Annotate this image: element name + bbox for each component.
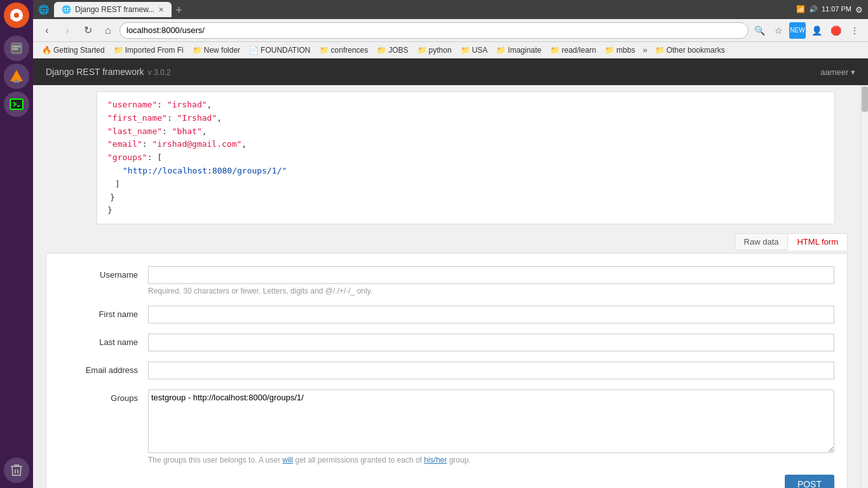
django-dropdown-icon: ▾ bbox=[851, 67, 855, 77]
bookmarks-more-button[interactable]: » bbox=[640, 45, 649, 55]
vlc-icon[interactable] bbox=[4, 64, 29, 89]
bookmark-jobs-label: JOBS bbox=[388, 46, 408, 55]
bookmark-mbbs[interactable]: 📁 mbbs bbox=[601, 44, 639, 56]
nav-bar: ‹ › ↻ ⌂ 🔍 ☆ NEW 👤 🛑 ⋮ bbox=[33, 19, 868, 42]
json-groups-key: "groups" bbox=[107, 152, 147, 162]
files-icon[interactable] bbox=[4, 36, 29, 61]
html-form-button[interactable]: HTML form bbox=[787, 233, 848, 250]
groups-help-link2[interactable]: his/her bbox=[424, 456, 447, 464]
tab-bar: 🌐 Django REST framew... ✕ + bbox=[54, 2, 791, 17]
new-tab-button[interactable]: + bbox=[175, 4, 182, 17]
search-button[interactable]: 🔍 bbox=[751, 22, 768, 39]
groups-help-text3: group. bbox=[447, 456, 470, 464]
post-button[interactable]: POST bbox=[785, 475, 834, 488]
email-label: Email address bbox=[59, 362, 148, 375]
tab-favicon: 🌐 bbox=[62, 5, 71, 14]
bookmark-foundation-icon: 📄 bbox=[249, 46, 259, 55]
bookmark-imaginate-icon: 📁 bbox=[496, 46, 506, 55]
lastname-label: Last name bbox=[59, 334, 148, 347]
django-username: aameer bbox=[820, 67, 848, 77]
lastname-input[interactable] bbox=[148, 334, 834, 351]
firstname-input[interactable] bbox=[148, 306, 834, 323]
settings-icon: ⚙ bbox=[855, 5, 863, 15]
form-actions: POST bbox=[59, 475, 834, 488]
json-lastname-val: "bhat" bbox=[172, 126, 202, 136]
terminal-icon[interactable] bbox=[4, 92, 29, 117]
ubuntu-icon[interactable] bbox=[4, 3, 29, 28]
wifi-icon: 📶 bbox=[796, 5, 805, 15]
username-row: Username Required. 30 characters or fewe… bbox=[59, 266, 834, 295]
tab-close-button[interactable]: ✕ bbox=[158, 6, 164, 14]
bookmark-getting-started-label: Getting Started bbox=[53, 46, 105, 55]
bookmark-imported-icon: 📁 bbox=[114, 46, 123, 55]
bookmark-button[interactable]: ☆ bbox=[770, 22, 787, 39]
reload-button[interactable]: ↻ bbox=[79, 22, 97, 39]
django-header: Django REST framework v 3.0.2 aameer ▾ bbox=[33, 58, 868, 85]
json-username-val: "irshad" bbox=[167, 100, 207, 109]
bookmark-python[interactable]: 📁 python bbox=[414, 44, 456, 56]
adblock-button[interactable]: 🛑 bbox=[827, 22, 844, 39]
svg-rect-6 bbox=[13, 46, 20, 47]
bookmark-read-learn[interactable]: 📁 read/learn bbox=[546, 44, 600, 56]
home-button[interactable]: ⌂ bbox=[99, 22, 117, 39]
bookmark-jobs[interactable]: 📁 JOBS bbox=[373, 44, 412, 56]
menu-button[interactable]: ⋮ bbox=[846, 22, 863, 39]
chrome-window: 🌐 🌐 Django REST framew... ✕ + 📶 🔊 11:07 … bbox=[33, 0, 868, 488]
back-button[interactable]: ‹ bbox=[38, 22, 56, 39]
active-tab[interactable]: 🌐 Django REST framew... ✕ bbox=[54, 2, 172, 17]
json-firstname-val: "Irshad" bbox=[177, 113, 217, 123]
forward-button[interactable]: › bbox=[58, 22, 76, 39]
email-input[interactable] bbox=[148, 362, 834, 379]
bookmark-new-folder-icon: 📁 bbox=[193, 46, 202, 55]
firstname-label: First name bbox=[59, 306, 148, 319]
bookmark-new-folder-label: New folder bbox=[204, 46, 240, 55]
bookmark-confrences[interactable]: 📁 confrences bbox=[316, 44, 372, 56]
json-response-block: "username": "irshad", "first_name": "Irs… bbox=[46, 92, 848, 224]
bookmark-usa-icon: 📁 bbox=[461, 46, 470, 55]
scrollbar-thumb[interactable] bbox=[862, 86, 868, 112]
svg-point-4 bbox=[11, 17, 13, 19]
bookmark-other-label: Other bookmarks bbox=[667, 46, 725, 55]
nav-right-controls: 🔍 ☆ NEW 👤 🛑 ⋮ bbox=[751, 22, 863, 39]
form-container: Username Required. 30 characters or fewe… bbox=[46, 253, 848, 488]
groups-help-link[interactable]: will bbox=[282, 456, 293, 464]
bookmark-imaginate[interactable]: 📁 Imaginate bbox=[492, 44, 545, 56]
address-bar[interactable] bbox=[119, 22, 749, 39]
profile-button[interactable]: 👤 bbox=[808, 22, 825, 39]
svg-rect-9 bbox=[15, 79, 18, 81]
scrollbar[interactable] bbox=[860, 85, 868, 488]
firstname-row: First name bbox=[59, 306, 834, 323]
taskbar bbox=[0, 0, 33, 488]
groups-select[interactable]: testgroup - http://localhost:8000/groups… bbox=[148, 390, 834, 453]
extension-new-button[interactable]: NEW bbox=[789, 22, 806, 39]
username-input[interactable] bbox=[148, 266, 834, 284]
lastname-row: Last name bbox=[59, 334, 834, 351]
time-display: 11:07 PM bbox=[822, 5, 851, 15]
trash-icon[interactable] bbox=[4, 458, 29, 483]
json-groups-link[interactable]: "http://localhost:8080/groups/1/" bbox=[123, 166, 287, 175]
controls-bar: Raw data HTML form bbox=[33, 231, 860, 253]
bookmark-usa[interactable]: 📁 USA bbox=[457, 44, 492, 56]
bookmark-usa-label: USA bbox=[472, 46, 488, 55]
svg-point-1 bbox=[14, 13, 19, 18]
bookmark-mbbs-icon: 📁 bbox=[605, 46, 614, 55]
bookmark-new-folder[interactable]: 📁 New folder bbox=[189, 44, 244, 56]
bookmark-confrences-label: confrences bbox=[331, 46, 369, 55]
bookmark-imported-from[interactable]: 📁 Imported From Fi bbox=[110, 44, 187, 56]
volume-icon: 🔊 bbox=[809, 5, 818, 15]
groups-option[interactable]: testgroup - http://localhost:8000/groups… bbox=[151, 393, 831, 403]
firstname-field bbox=[148, 306, 834, 323]
svg-point-2 bbox=[15, 9, 18, 11]
bookmark-read-label: read/learn bbox=[562, 46, 596, 55]
django-user-menu[interactable]: aameer ▾ bbox=[820, 67, 855, 77]
groups-label: Groups bbox=[59, 390, 148, 403]
django-version: v 3.0.2 bbox=[148, 68, 171, 77]
raw-data-button[interactable]: Raw data bbox=[735, 233, 788, 250]
title-bar: 🌐 🌐 Django REST framew... ✕ + 📶 🔊 11:07 … bbox=[33, 0, 868, 19]
bookmark-python-icon: 📁 bbox=[417, 46, 427, 55]
bookmark-other[interactable]: 📁 Other bookmarks bbox=[651, 44, 729, 56]
bookmark-getting-started[interactable]: 🔥 Getting Started bbox=[38, 44, 109, 56]
lastname-field bbox=[148, 334, 834, 351]
groups-row: Groups testgroup - http://localhost:8000… bbox=[59, 390, 834, 464]
bookmark-foundation[interactable]: 📄 FOUNDATION bbox=[245, 44, 314, 56]
